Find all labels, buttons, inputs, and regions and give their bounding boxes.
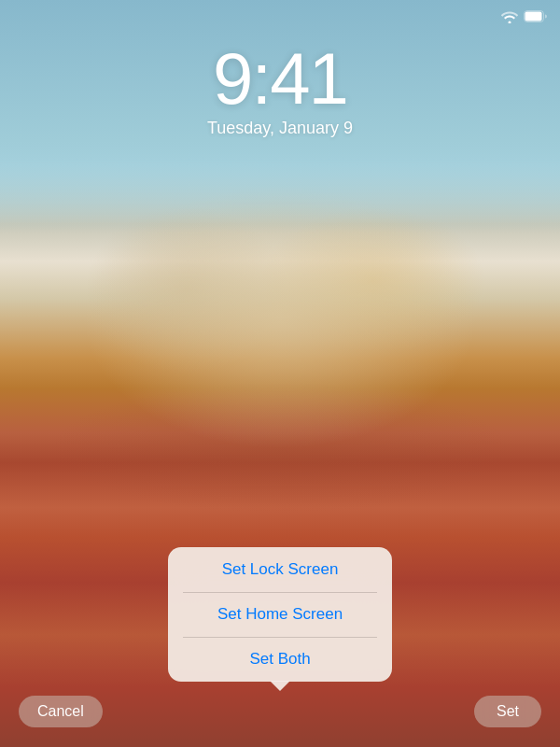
bottom-bar: Cancel Set [0,686,560,747]
set-home-screen-button[interactable]: Set Home Screen [168,592,392,637]
svg-rect-1 [525,12,542,21]
set-button[interactable]: Set [474,696,541,727]
clock-area: 9:41 Tuesday, January 9 [0,42,560,138]
wifi-icon [501,10,518,26]
set-both-button[interactable]: Set Both [168,637,392,682]
status-bar [0,0,560,30]
date-display: Tuesday, January 9 [0,119,560,138]
time-display: 9:41 [0,42,560,115]
set-lock-screen-button[interactable]: Set Lock Screen [168,547,392,592]
battery-icon [524,10,547,25]
cancel-button[interactable]: Cancel [19,696,103,727]
status-icons [501,10,547,26]
action-sheet: Set Lock Screen Set Home Screen Set Both [168,547,392,682]
